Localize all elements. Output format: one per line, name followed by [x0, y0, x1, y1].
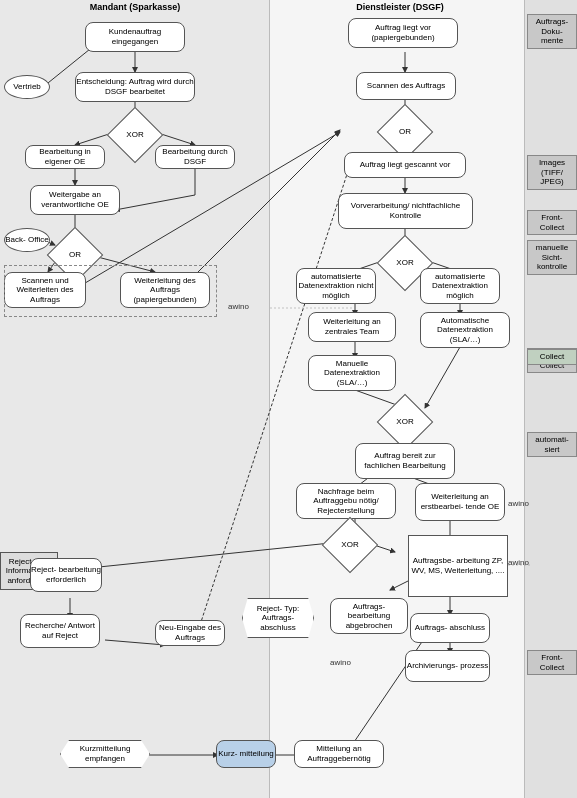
xor4-diamond: XOR [330, 525, 370, 565]
dashed-box-1 [4, 265, 217, 317]
dienstleister-header: Dienstleister (DSGF) [300, 2, 500, 12]
vorverarbeitung-shape: Vorverarbeitung/ nichtfachliche Kontroll… [338, 193, 473, 229]
xor3-diamond: XOR [385, 402, 425, 442]
weiterleitung-zentrales-shape: Weiterleitung an zentrales Team [308, 312, 396, 342]
auftragsbearbeitung-abgebrochen-shape: Auftrags- bearbeitung abgebrochen [330, 598, 408, 634]
archivierungsprozess-shape: Archivierungs- prozess [405, 650, 490, 682]
back-office-shape: Back- Office [4, 228, 50, 252]
sidebar-manuelle-sicht: manuelle Sicht- kontrolle [527, 240, 577, 275]
weiterleitung-oe-shape: Weiterleitung an erstbearbei- tende OE [415, 483, 505, 521]
weitergabe-shape: Weitergabe an verantwortliche OE [30, 185, 120, 215]
sidebar-collect: Collect [527, 349, 577, 365]
sidebar-frontcollect3: Front- Collect [527, 650, 577, 675]
entscheidung-shape: Entscheidung: Auftrag wird durch DSGF be… [75, 72, 195, 102]
bearbeitung-eigen-shape: Bearbeitung in eigener OE [25, 145, 105, 169]
manuelle-daten-shape: Manuelle Datenextraktion (SLA/…) [308, 355, 396, 391]
mitteilung-shape: Mitteilung an Auftraggebernötig [294, 740, 384, 768]
vertrieb-shape: Vertrieb [4, 75, 50, 99]
auftragsbearbeitung-shape: Auftragsbe- arbeitung ZP, WV, MS, Weiter… [408, 535, 508, 597]
scannen-auftrag-shape: Scannen des Auftrags [356, 72, 456, 100]
auto-nicht-moeglich-shape: automatisierte Datenextraktion nicht mög… [296, 268, 376, 304]
xor1-diamond: XOR [115, 115, 155, 155]
kurzmitteilung-shape: Kurz- mitteilung [216, 740, 276, 768]
bearbeitung-dsgf-shape: Bearbeitung durch DSGF [155, 145, 235, 169]
rejectbearbeitung-shape: Reject- bearbeitung erforderlich [30, 558, 102, 592]
awino1-label: awino [228, 302, 249, 311]
auftrag-gescannt-shape: Auftrag liegt gescannt vor [344, 152, 466, 178]
xor2-diamond: XOR [385, 243, 425, 283]
sidebar-auftragsdoku: Auftrags- Doku- mente [527, 14, 577, 49]
sidebar-frontcollect1: Front- Collect [527, 210, 577, 235]
auto-datenextraktion-shape: Automatische Datenextraktion (SLA/…) [420, 312, 510, 348]
recherche-shape: Recherche/ Antwort auf Reject [20, 614, 100, 648]
diagram-area: Mandant (Sparkasse) Dienstleister (DSGF) [0, 0, 577, 798]
kundenauftrag-shape: Kundenauftrag eingegangen [85, 22, 185, 52]
auftrag-liegt-vor-shape: Auftrag liegt vor (papiergebunden) [348, 18, 458, 48]
sidebar-images: Images (TIFF/ JPEG) [527, 155, 577, 190]
kurzmitteilung-empfangen-shape: Kurzmitteilung empfangen [60, 740, 150, 768]
or2-diamond: OR [385, 112, 425, 152]
awino2-label: awino [508, 558, 529, 567]
awino3-label: awino [330, 658, 351, 667]
awino1-oe-label: awino [508, 499, 529, 508]
auto-moeglich-shape: automatisierte Datenextraktion möglich [420, 268, 500, 304]
reject-typ-abschluss-shape: Reject- Typ: Auftrags- abschluss [242, 598, 314, 638]
mandant-header: Mandant (Sparkasse) [35, 2, 235, 12]
sidebar-automatisiert: automati- siert [527, 432, 577, 457]
auftrag-bereit-shape: Auftrag bereit zur fachlichen Bearbeitun… [355, 443, 455, 479]
lane-sidebar [525, 0, 577, 798]
neu-eingabe-shape: Neu-Eingabe des Auftrags [155, 620, 225, 646]
auftragsabschluss-shape: Auftrags- abschluss [410, 613, 490, 643]
nachfrage-shape: Nachfrage beim Auftraggebu nötig/ Reject… [296, 483, 396, 519]
